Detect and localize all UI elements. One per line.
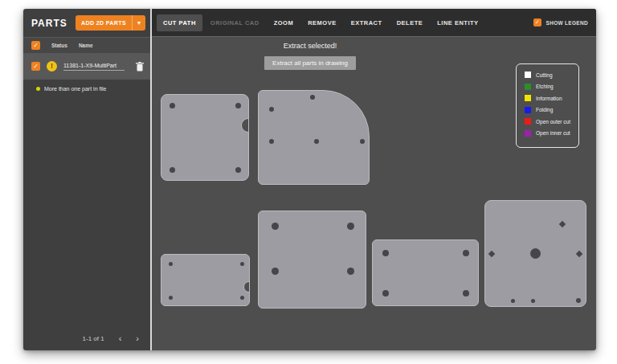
extract-selected-text: Extract selected! [242, 42, 378, 50]
sidebar-header: PARTS ADD 2D PARTS ▾ [23, 9, 150, 37]
part-hole [169, 262, 173, 266]
select-all-checkbox[interactable]: ✓ [31, 41, 40, 50]
legend-box: CuttingEtchingInformationFoldingOpen out… [516, 63, 579, 148]
part-notch [243, 281, 250, 292]
legend-item: Etching [525, 84, 578, 90]
legend-swatch [525, 107, 531, 113]
part-hole [269, 107, 274, 112]
part-notch [241, 118, 249, 133]
part-hole [240, 262, 244, 266]
toolbar-button-remove[interactable]: REMOVE [301, 14, 343, 31]
part-hole [170, 167, 175, 173]
show-legend-checkbox[interactable]: ✓ [533, 18, 541, 27]
legend-label: Etching [536, 84, 554, 89]
legend-swatch [525, 130, 531, 137]
page-title: PARTS [31, 18, 67, 29]
parts-table-header: ✓ Status Name [23, 37, 150, 53]
legend-item: Cutting [525, 72, 578, 78]
legend-item: Folding [525, 107, 578, 113]
show-legend-label: SHOW LEGEND [546, 20, 588, 26]
extract-overlay: Extract selected! Extract all parts in d… [242, 42, 378, 70]
toolbar-button-zoom[interactable]: ZOOM [268, 14, 300, 31]
part-warning-note: More than one part in file [23, 80, 150, 92]
toolbar-button-line-entity[interactable]: LINE ENTITY [431, 14, 484, 31]
toolbar-button-delete[interactable]: DELETE [390, 14, 430, 31]
show-legend-toggle[interactable]: ✓ SHOW LEGEND [533, 18, 588, 27]
legend-items: CuttingEtchingInformationFoldingOpen out… [525, 72, 578, 137]
row-checkbox[interactable]: ✓ [31, 62, 40, 71]
part-hole [382, 290, 389, 297]
part-hole [576, 298, 581, 303]
page-next-button[interactable]: › [136, 334, 139, 343]
part-hole [511, 299, 515, 303]
drawing-canvas[interactable]: Extract selected! Extract all parts in d… [152, 37, 596, 350]
part-hole [235, 167, 241, 173]
toolbar-button-original-cad: ORIGINAL CAD [204, 14, 266, 31]
part-hole [463, 250, 469, 256]
add-parts-button[interactable]: ADD 2D PARTS ▾ [76, 15, 145, 31]
part-hole [347, 268, 354, 275]
column-name: Name [79, 43, 93, 48]
part-hole [530, 248, 541, 259]
part-hole [240, 296, 244, 300]
caret-down-icon[interactable]: ▾ [132, 15, 145, 31]
part-hole [310, 95, 315, 100]
part-hole [463, 290, 469, 297]
legend-label: Open outer cut [536, 119, 570, 125]
part-hole [170, 103, 175, 108]
part-shape[interactable] [258, 211, 366, 309]
part-hole [559, 221, 566, 227]
legend-label: Cutting [536, 72, 553, 78]
pagination: 1-1 of 1 ‹ › [23, 326, 150, 350]
app-window: PARTS ADD 2D PARTS ▾ ✓ Status Name ✓ ! 1… [23, 9, 596, 350]
legend-swatch [525, 118, 531, 125]
part-hole [531, 299, 535, 303]
part-shape[interactable] [161, 94, 249, 181]
part-hole [382, 250, 389, 256]
extract-all-button[interactable]: Extract all parts in drawing [264, 56, 356, 70]
legend-item: Open outer cut [525, 118, 578, 125]
legend-item: Information [525, 95, 578, 101]
part-hole [347, 223, 354, 230]
part-hole [235, 103, 241, 108]
add-parts-button-label[interactable]: ADD 2D PARTS [76, 15, 132, 31]
part-hole [272, 223, 279, 230]
delete-part-button[interactable] [136, 62, 144, 72]
part-list-row[interactable]: ✓ ! 11381-1-X9-MultiPart [23, 53, 150, 80]
part-hole [314, 139, 319, 144]
part-hole [360, 139, 365, 144]
page-prev-button[interactable]: ‹ [119, 334, 122, 343]
legend-swatch [525, 95, 531, 101]
legend-swatch [525, 72, 531, 78]
column-status: Status [51, 43, 67, 48]
warning-icon: ! [47, 61, 57, 72]
part-hole [272, 268, 279, 275]
legend-swatch [525, 84, 531, 90]
part-hole [169, 296, 173, 300]
part-name-field[interactable]: 11381-1-X9-MultiPart [63, 63, 125, 71]
toolbar-buttons: CUT PATHORIGINAL CADZOOMREMOVEEXTRACTDEL… [157, 14, 487, 31]
legend-item: Open inner cut [525, 130, 578, 137]
part-hole [576, 251, 582, 257]
bullet-icon [36, 87, 40, 91]
part-shape[interactable] [161, 254, 250, 306]
main-area: CUT PATHORIGINAL CADZOOMREMOVEEXTRACTDEL… [152, 9, 596, 350]
legend-label: Information [536, 96, 562, 101]
toolbar-button-cut-path[interactable]: CUT PATH [157, 14, 202, 31]
parts-sidebar: PARTS ADD 2D PARTS ▾ ✓ Status Name ✓ ! 1… [23, 9, 150, 350]
note-text: More than one part in file [44, 86, 106, 92]
part-hole [269, 139, 274, 144]
part-shape[interactable] [372, 239, 479, 306]
part-shape[interactable] [484, 200, 586, 307]
toolbar: CUT PATHORIGINAL CADZOOMREMOVEEXTRACTDEL… [152, 9, 596, 37]
part-shape[interactable] [258, 90, 370, 185]
part-hole [488, 251, 495, 257]
pagination-range: 1-1 of 1 [83, 335, 104, 342]
trash-icon [136, 62, 144, 72]
legend-label: Folding [536, 107, 553, 112]
toolbar-button-extract[interactable]: EXTRACT [345, 14, 389, 31]
legend-label: Open inner cut [536, 130, 570, 136]
